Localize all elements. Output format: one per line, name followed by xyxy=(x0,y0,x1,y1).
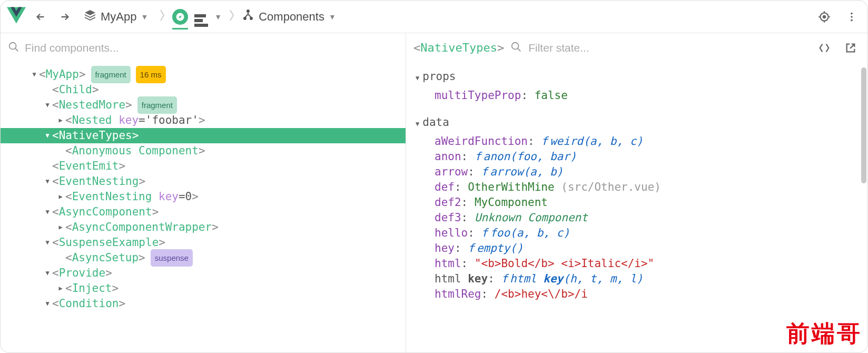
timeline-icon xyxy=(194,14,208,27)
compass-icon xyxy=(172,9,188,25)
badge-susp: suspense xyxy=(151,249,193,267)
svg-point-7 xyxy=(851,19,853,21)
state-row[interactable]: def: OtherWithMine (src/Other.vue) xyxy=(435,180,867,195)
tree-node-myapp[interactable]: ▼<MyApp>fragment16 ms xyxy=(1,67,406,82)
tree-node-suspenseexample[interactable]: ▼<SuspenseExample> xyxy=(1,235,406,250)
toggle-icon[interactable]: ▼ xyxy=(43,266,52,281)
tree-node-inject[interactable]: ▶<Inject> xyxy=(1,281,406,296)
search-icon xyxy=(8,41,19,55)
more-button[interactable] xyxy=(842,7,861,26)
separator-icon xyxy=(229,9,234,25)
component-search xyxy=(1,33,406,63)
open-in-editor-button[interactable] xyxy=(841,38,860,57)
tab-components[interactable] xyxy=(172,9,188,30)
selected-component-crumb: <NativeTypes> xyxy=(413,41,504,54)
state-row[interactable]: html: "<b>Bold</b> <i>Italic</i>" xyxy=(435,256,867,271)
toolbar: MyApp ▼ ▼ Components ▼ xyxy=(1,1,867,33)
toggle-icon[interactable]: ▼ xyxy=(43,204,52,220)
state-inspector: ▼propsmultiTypeProp: false▼dataaWeirdFun… xyxy=(406,63,867,307)
section-data[interactable]: ▼data xyxy=(406,109,867,131)
state-row[interactable]: def3: Unknown Component xyxy=(435,210,867,225)
tab-timeline[interactable] xyxy=(194,7,208,27)
chevron-down-icon[interactable]: ▼ xyxy=(214,13,222,21)
toggle-icon[interactable]: ▶ xyxy=(56,220,65,235)
state-filter-input[interactable] xyxy=(528,42,808,54)
locate-button[interactable] xyxy=(815,7,834,26)
tree-node-asynccomponentwrapper[interactable]: ▶<AsyncComponentWrapper> xyxy=(1,220,406,235)
toggle-icon[interactable]: ▼ xyxy=(43,174,52,189)
svg-point-2 xyxy=(250,17,252,19)
tree-node-child[interactable]: ▼<Child> xyxy=(1,82,406,97)
svg-point-5 xyxy=(851,12,853,14)
state-row[interactable]: arrow: farrow(a, b) xyxy=(435,164,867,180)
scrollbar[interactable] xyxy=(861,67,866,341)
state-row[interactable]: def2: MyComponent xyxy=(435,195,867,210)
state-row[interactable]: anon: fanon(foo, bar) xyxy=(435,149,867,164)
app-selector[interactable]: MyApp ▼ xyxy=(80,7,152,27)
toggle-icon[interactable]: ▼ xyxy=(43,296,52,311)
chevron-down-icon: ▼ xyxy=(141,13,148,21)
search-icon xyxy=(510,41,522,55)
tree-node-eventnesting[interactable]: ▶<EventNesting key=0> xyxy=(1,189,406,204)
component-search-input[interactable] xyxy=(25,42,398,54)
breadcrumb-label: Components xyxy=(259,10,324,24)
state-row[interactable]: hey: fempty() xyxy=(435,241,867,256)
tree-node-nativetypes[interactable]: ▼<NativeTypes> xyxy=(1,128,406,143)
svg-point-9 xyxy=(512,42,519,49)
state-header: <NativeTypes> xyxy=(406,33,867,63)
state-pane: <NativeTypes> ▼propsmultiTypeProp: false… xyxy=(406,33,867,352)
section-props[interactable]: ▼props xyxy=(406,63,867,85)
toggle-icon[interactable]: ▼ xyxy=(43,128,52,143)
tree-node-asynccomponent[interactable]: ▼<AsyncComponent> xyxy=(1,204,406,220)
tree-node-provide[interactable]: ▼<Provide> xyxy=(1,266,406,281)
state-row[interactable]: multiTypeProp: false xyxy=(435,88,867,103)
tree-node-asyncsetup[interactable]: ▼<AsyncSetup>suspense xyxy=(1,250,406,266)
svg-point-1 xyxy=(244,17,246,19)
component-tree: ▼<MyApp>fragment16 ms▼<Child>▼<NestedMor… xyxy=(1,63,406,322)
tree-node-condition[interactable]: ▼<Condition> xyxy=(1,296,406,311)
svg-point-0 xyxy=(247,10,249,12)
separator-icon xyxy=(160,9,165,25)
breadcrumb[interactable]: Components ▼ xyxy=(242,9,336,25)
app-name: MyApp xyxy=(101,10,136,24)
tree-node-eventnesting[interactable]: ▼<EventNesting> xyxy=(1,174,406,189)
inspector-tabs: ▼ xyxy=(172,7,222,27)
layers-icon xyxy=(84,9,96,25)
forward-button[interactable] xyxy=(55,7,74,26)
badge-frag: fragment xyxy=(91,66,131,83)
svg-point-8 xyxy=(9,42,16,49)
tree-node-nestedmore[interactable]: ▼<NestedMore>fragment xyxy=(1,97,406,113)
component-tree-pane: ▼<MyApp>fragment16 ms▼<Child>▼<NestedMor… xyxy=(1,33,406,352)
vue-logo-icon xyxy=(7,6,26,28)
badge-time: 16 ms xyxy=(136,66,166,83)
toggle-icon[interactable]: ▼ xyxy=(43,97,52,113)
tree-icon xyxy=(242,9,254,25)
chevron-down-icon: ▼ xyxy=(329,13,336,21)
state-row[interactable]: htmlReg: /<b>hey<\/b>/i xyxy=(435,287,867,302)
svg-point-6 xyxy=(851,16,853,18)
state-row[interactable]: aWeirdFunction: fweird(a, b, c) xyxy=(435,134,867,149)
toggle-icon[interactable]: ▶ xyxy=(56,113,65,128)
tree-node-eventemit[interactable]: ▼<EventEmit> xyxy=(1,159,406,174)
state-row[interactable]: html key: fhtml key(h, t, m, l) xyxy=(435,271,867,287)
inspect-dom-button[interactable] xyxy=(815,38,834,57)
back-button[interactable] xyxy=(31,7,50,26)
toggle-icon[interactable]: ▶ xyxy=(56,189,65,204)
state-row[interactable]: hello: ffoo(a, b, c) xyxy=(435,225,867,241)
svg-point-4 xyxy=(823,15,825,17)
toggle-icon[interactable]: ▶ xyxy=(56,281,65,296)
tree-node-nested[interactable]: ▶<Nested key='foobar'> xyxy=(1,113,406,128)
toggle-icon[interactable]: ▼ xyxy=(29,67,39,82)
tree-node-anonymous-component[interactable]: ▼<Anonymous Component> xyxy=(1,143,406,159)
badge-frag: fragment xyxy=(137,96,177,114)
toggle-icon[interactable]: ▼ xyxy=(43,235,52,250)
